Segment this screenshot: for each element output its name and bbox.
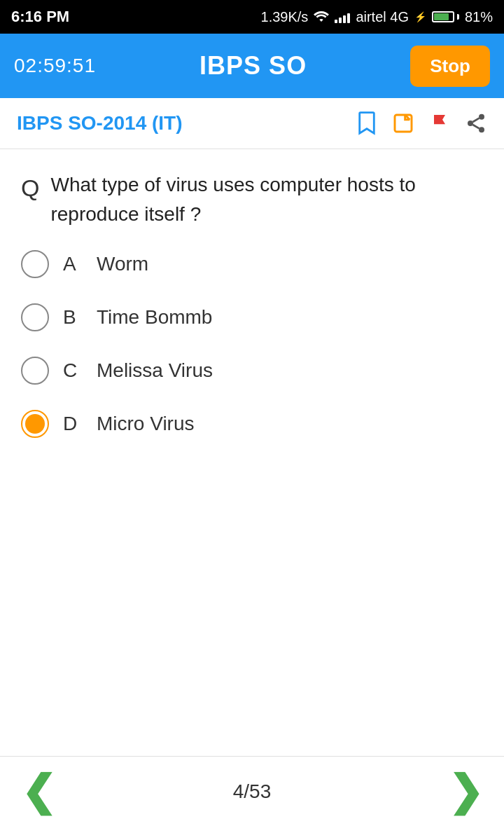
page-indicator: 4/53	[233, 780, 272, 803]
exam-sub-title: IBPS SO-2014 (IT)	[17, 112, 183, 135]
option-letter-c: C	[63, 359, 83, 382]
option-letter-b: B	[63, 306, 83, 329]
exam-header: 02:59:51 IBPS SO Stop	[0, 34, 504, 98]
sub-header: IBPS SO-2014 (IT)	[0, 98, 504, 149]
status-time: 6:16 PM	[11, 8, 69, 26]
next-button[interactable]: ❯	[448, 771, 483, 813]
chevron-right-icon: ❯	[448, 771, 483, 813]
option-letter-a: A	[63, 253, 83, 275]
question-text: Q What type of virus uses computer hosts…	[21, 170, 483, 229]
carrier-label: airtel 4G	[356, 9, 409, 25]
status-bar: 6:16 PM 1.39K/s airtel 4G ⚡ 81%	[0, 0, 504, 34]
flag-icon[interactable]	[428, 111, 451, 136]
option-c[interactable]: C Melissa Virus	[21, 357, 483, 385]
question-prefix: Q	[21, 170, 39, 229]
charging-icon: ⚡	[414, 11, 426, 22]
stop-button[interactable]: Stop	[410, 46, 490, 87]
option-text-b: Time Bommb	[97, 306, 212, 329]
svg-point-3	[479, 127, 484, 132]
option-d[interactable]: D Micro Virus	[21, 410, 483, 438]
svg-line-5	[472, 118, 479, 122]
option-a[interactable]: A Worm	[21, 250, 483, 278]
radio-d-fill	[25, 414, 45, 434]
question-body: What type of virus uses computer hosts t…	[50, 170, 483, 229]
option-text-d: Micro Virus	[97, 413, 195, 435]
svg-point-2	[468, 121, 473, 126]
svg-point-1	[479, 114, 484, 120]
question-area: Q What type of virus uses computer hosts…	[0, 149, 504, 236]
options-list: A Worm B Time Bommb C Melissa Virus D Mi…	[0, 236, 504, 452]
exam-title: IBPS SO	[200, 51, 307, 81]
radio-d[interactable]	[21, 410, 49, 438]
option-b[interactable]: B Time Bommb	[21, 303, 483, 331]
chevron-left-icon: ❮	[21, 771, 56, 813]
radio-c[interactable]	[21, 357, 49, 385]
radio-a[interactable]	[21, 250, 49, 278]
radio-b[interactable]	[21, 303, 49, 331]
svg-line-4	[472, 125, 479, 128]
option-letter-d: D	[63, 413, 83, 435]
navigation-footer: ❮ 4/53 ❯	[0, 756, 504, 826]
network-speed: 1.39K/s	[261, 9, 309, 25]
option-text-a: Worm	[97, 253, 148, 275]
share-icon[interactable]	[465, 112, 487, 135]
option-text-c: Melissa Virus	[97, 359, 213, 382]
exam-timer: 02:59:51	[14, 55, 96, 77]
battery-percent: 81%	[465, 9, 493, 25]
battery-indicator	[432, 11, 459, 22]
status-right: 1.39K/s airtel 4G ⚡ 81%	[261, 9, 493, 25]
wifi-icon	[314, 11, 329, 23]
content-spacer	[0, 452, 504, 756]
bookmark-icon[interactable]	[356, 111, 378, 136]
svg-rect-0	[395, 115, 412, 132]
note-icon[interactable]	[392, 111, 414, 136]
prev-button[interactable]: ❮	[21, 771, 56, 813]
signal-bars-icon	[335, 11, 350, 23]
action-icons	[356, 111, 487, 136]
